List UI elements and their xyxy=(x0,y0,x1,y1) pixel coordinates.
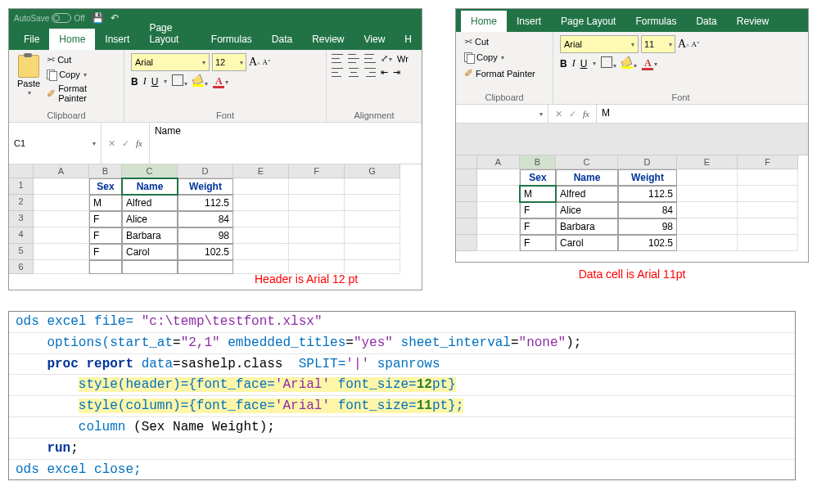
cell[interactable] xyxy=(345,211,400,227)
row-header[interactable]: 4 xyxy=(9,227,34,244)
cell[interactable]: Barbara xyxy=(556,218,618,235)
table-header[interactable]: Weight xyxy=(618,169,677,186)
table-header[interactable]: Sex xyxy=(89,178,122,195)
cell[interactable]: F xyxy=(520,218,556,235)
tab-formulas[interactable]: Formulas xyxy=(625,11,686,32)
row-header[interactable]: 1 xyxy=(9,178,34,195)
tab-data[interactable]: Data xyxy=(686,11,726,32)
indent-inc-button[interactable]: ⇥ xyxy=(393,67,400,78)
cell[interactable]: Alice xyxy=(122,211,178,227)
cell[interactable]: M xyxy=(520,186,556,202)
cell[interactable] xyxy=(289,195,345,211)
worksheet-grid[interactable]: A B C D E F Sex Name Weight M Alfred 112… xyxy=(456,155,808,251)
cell[interactable] xyxy=(738,186,798,202)
paste-button[interactable]: Paste ▾ xyxy=(16,53,42,104)
col-header[interactable]: D xyxy=(178,164,233,178)
enter-icon[interactable]: ✓ xyxy=(122,138,129,149)
cell[interactable] xyxy=(345,244,400,260)
col-header[interactable]: C xyxy=(122,164,178,178)
cell[interactable] xyxy=(34,211,89,227)
cell[interactable] xyxy=(233,195,289,211)
tab-formulas[interactable]: Formulas xyxy=(201,29,262,50)
wrap-text-button[interactable]: Wr xyxy=(397,54,408,64)
row-header[interactable]: 3 xyxy=(9,211,34,227)
tab-file[interactable]: File xyxy=(14,29,49,50)
cell[interactable] xyxy=(34,195,89,211)
tab-home[interactable]: Home xyxy=(49,29,95,50)
align-center-icon[interactable] xyxy=(348,68,359,77)
tab-pagelayout[interactable]: Page Layout xyxy=(139,17,201,50)
cell[interactable] xyxy=(289,178,345,195)
cell[interactable]: Carol xyxy=(122,244,178,260)
cancel-icon[interactable]: ✕ xyxy=(108,138,115,149)
cell[interactable] xyxy=(477,235,520,251)
cell[interactable] xyxy=(233,211,289,227)
tab-data[interactable]: Data xyxy=(262,29,302,50)
row-header[interactable]: 2 xyxy=(9,195,34,211)
cell[interactable] xyxy=(34,260,89,274)
fill-color-button[interactable]: ▾ xyxy=(621,57,637,70)
align-right-icon[interactable] xyxy=(364,68,376,77)
cell[interactable]: Barbara xyxy=(122,227,178,244)
name-box[interactable]: ▾ xyxy=(456,105,548,123)
cell[interactable] xyxy=(289,244,345,260)
align-mid-icon[interactable] xyxy=(348,54,359,63)
fx-icon[interactable]: fx xyxy=(583,109,589,119)
font-name-combo[interactable]: Arial▾ xyxy=(131,53,210,71)
cell[interactable] xyxy=(289,227,345,244)
cell[interactable] xyxy=(345,227,400,244)
col-header[interactable]: F xyxy=(289,164,345,178)
select-all-corner[interactable] xyxy=(456,155,477,169)
shrink-font-button[interactable]: A˅ xyxy=(262,58,271,66)
row-header[interactable]: 5 xyxy=(9,244,34,260)
cell[interactable] xyxy=(677,186,738,202)
cell[interactable] xyxy=(677,218,738,235)
cell[interactable]: 84 xyxy=(178,211,233,227)
tab-pagelayout[interactable]: Page Layout xyxy=(551,11,625,32)
cell[interactable] xyxy=(477,202,520,218)
cell[interactable] xyxy=(233,244,289,260)
cell[interactable]: F xyxy=(520,202,556,218)
cell[interactable] xyxy=(345,178,400,195)
align-bot-icon[interactable] xyxy=(364,54,376,63)
row-header[interactable] xyxy=(456,169,477,186)
cell[interactable] xyxy=(477,218,520,235)
bold-button[interactable]: B xyxy=(131,76,138,88)
italic-button[interactable]: I xyxy=(143,75,147,88)
table-header[interactable]: Name xyxy=(556,169,618,186)
cell[interactable]: 84 xyxy=(618,202,677,218)
borders-button[interactable]: ▾ xyxy=(601,56,616,70)
formula-bar[interactable]: M xyxy=(596,105,808,123)
cell[interactable] xyxy=(477,186,520,202)
worksheet-grid[interactable]: A B C D E F G 1 Sex Name Weight 2 M Alfr… xyxy=(9,164,422,274)
font-color-button[interactable]: A▾ xyxy=(642,57,657,70)
col-header[interactable]: G xyxy=(345,164,400,178)
cell[interactable] xyxy=(34,178,89,195)
font-size-combo[interactable]: 11▾ xyxy=(641,35,675,53)
col-header[interactable]: B xyxy=(89,164,122,178)
underline-button[interactable]: U xyxy=(580,58,588,70)
cell[interactable]: F xyxy=(89,227,122,244)
format-painter-button[interactable]: ✐Format Painter xyxy=(45,83,117,104)
cell[interactable] xyxy=(289,211,345,227)
col-header[interactable]: D xyxy=(618,155,677,169)
cell[interactable]: 112.5 xyxy=(618,186,677,202)
enter-icon[interactable]: ✓ xyxy=(569,109,576,119)
tab-insert[interactable]: Insert xyxy=(95,29,139,50)
cell[interactable]: Alfred xyxy=(122,195,178,211)
cell[interactable] xyxy=(677,202,738,218)
format-painter-button[interactable]: ✐Format Painter xyxy=(463,66,537,80)
row-header[interactable] xyxy=(456,235,477,251)
cell[interactable] xyxy=(34,227,89,244)
fill-color-button[interactable]: ▾ xyxy=(192,75,208,88)
col-header[interactable]: B xyxy=(520,155,556,169)
cell[interactable]: 98 xyxy=(178,227,233,244)
fx-icon[interactable]: fx xyxy=(136,138,142,148)
select-all-corner[interactable] xyxy=(9,164,34,178)
autosave-toggle[interactable]: AutoSave Off xyxy=(14,13,85,23)
name-box[interactable]: C1▾ xyxy=(9,123,102,164)
bold-button[interactable]: B xyxy=(560,58,567,70)
cell[interactable] xyxy=(233,178,289,195)
row-header[interactable] xyxy=(456,186,477,202)
grow-font-button[interactable]: A^ xyxy=(249,56,260,69)
